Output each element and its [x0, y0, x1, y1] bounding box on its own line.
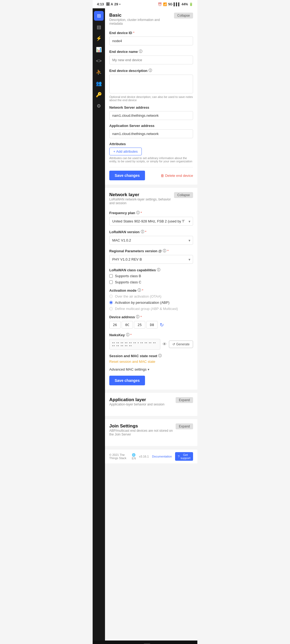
addr-byte-1[interactable] [109, 321, 121, 329]
nav-icon-code[interactable]: <> [94, 56, 104, 66]
basic-section-subtitle: Description, cluster information and met… [109, 18, 174, 25]
multicast-radio-item[interactable]: Define multicast group (ABP & Multicast) [109, 307, 193, 311]
network-layer-title: Network layer [109, 192, 174, 197]
reset-session-link[interactable]: Reset session and MAC state [109, 360, 155, 364]
frequency-plan-select[interactable]: United States 902-928 MHz, FSB 2 (used b… [109, 217, 193, 226]
network-server-address-label: Network Server address [109, 105, 193, 109]
nwkskey-row: •• •• •• •• •• •• • •• •• •• •• •• •• ••… [109, 339, 193, 350]
network-server-address-input[interactable] [109, 111, 193, 120]
nav-icon-devices[interactable]: ⚡ [94, 34, 104, 43]
app-server-address-group: Application Server address [109, 124, 193, 138]
app-server-address-input[interactable] [109, 129, 193, 138]
abp-radio-item[interactable]: Activation by personalization (ABP) [109, 301, 193, 305]
lorawan-class-label: LoRaWAN class capabilities ⓘ [109, 268, 193, 272]
class-b-label: Supports class B [115, 274, 141, 278]
nwkskey-visibility-icon[interactable]: 👁 [162, 342, 167, 347]
frequency-plan-select-wrapper: United States 902-928 MHz, FSB 2 (used b… [109, 217, 193, 226]
lorawan-class-checkboxes: Supports class B Supports class C [109, 274, 193, 284]
regional-required: * [167, 250, 168, 253]
nwkskey-info-icon: ⓘ [126, 332, 129, 337]
end-device-id-label: End device ID * [109, 31, 193, 35]
addr-byte-4[interactable] [146, 321, 158, 329]
device-address-group: Device address ⓘ * ↻ [109, 314, 193, 329]
delete-end-device-link[interactable]: 🗑 Delete end device [161, 174, 193, 178]
frequency-plan-label: Frequency plan ⓘ * [109, 210, 193, 215]
end-device-description-label: End device description ⓘ [109, 68, 193, 73]
device-address-row: ↻ [109, 321, 193, 329]
footer-right: 🌐 EN v3.16.1 Documentation ? Get support [132, 452, 193, 461]
class-c-checkbox[interactable] [109, 280, 113, 284]
session-reset-info-icon: ⓘ [158, 353, 162, 358]
network-layer-collapse-button[interactable]: Collapse [174, 192, 193, 198]
nav-icon-dashboard[interactable]: ⊞ [94, 11, 104, 21]
battery-indicator: 44% [182, 2, 188, 6]
abp-label: Activation by personalization (ABP) [115, 301, 169, 305]
basic-section-title: Basic [109, 13, 174, 18]
refresh-address-icon[interactable]: ↻ [160, 322, 164, 328]
end-device-name-group: End device name ⓘ [109, 49, 193, 64]
regional-params-select-wrapper: PHY V1.0.2 REV B ▾ [109, 255, 193, 264]
otaa-radio-item[interactable]: Over the air activation (OTAA) [109, 294, 193, 298]
end-device-name-input[interactable] [109, 56, 193, 64]
addr-byte-3[interactable] [134, 321, 145, 329]
session-reset-group: Session and MAC state reset ⓘ Reset sess… [109, 353, 193, 364]
version-text: v3.16.1 [139, 455, 149, 458]
basic-collapse-button[interactable]: Collapse [174, 13, 193, 19]
lorawan-version-group: LoRaWAN version ⓘ * MAC V1.0.2 ▾ [109, 229, 193, 245]
class-b-checkbox-item[interactable]: Supports class B [109, 274, 193, 278]
addr-byte-2[interactable] [122, 321, 133, 329]
otaa-label: Over the air activation (OTAA) [115, 294, 161, 298]
lorawan-version-select[interactable]: MAC V1.0.2 [109, 236, 193, 245]
application-layer-subtitle: Application-layer behavior and session [109, 402, 164, 406]
network-layer-save-button[interactable]: Save changes [109, 376, 145, 385]
activation-required: * [142, 289, 143, 292]
nav-icon-list[interactable]: ▤ [94, 22, 104, 32]
activation-info-icon: ⓘ [137, 288, 141, 293]
class-b-checkbox[interactable] [109, 274, 113, 278]
support-icon: ? [178, 455, 179, 458]
nav-icon-settings[interactable]: ⚙ [94, 101, 104, 111]
join-settings-expand-button[interactable]: Expand [176, 423, 193, 429]
application-layer-section: Application layer Application-layer beha… [105, 393, 197, 416]
end-device-description-group: End device description ⓘ Optional end de… [109, 68, 193, 102]
join-settings-title: Join Settings [109, 423, 176, 429]
nwkskey-dots: •• •• •• •• •• •• • •• •• •• •• •• •• ••… [109, 339, 160, 350]
abp-radio[interactable] [109, 301, 113, 304]
nav-icon-team[interactable]: 👥 [94, 79, 104, 88]
dot-icon: ● [119, 3, 121, 5]
basic-save-button[interactable]: Save changes [109, 171, 145, 180]
name-info-icon: ⓘ [139, 49, 142, 54]
multicast-label: Define multicast group (ABP & Multicast) [115, 307, 178, 311]
device-address-boxes [109, 321, 158, 329]
session-reset-label: Session and MAC state reset ⓘ [109, 353, 193, 358]
attributes-hint: Attributes can be used to set arbitrary … [109, 156, 193, 163]
regional-info-icon: ⓘ [163, 248, 166, 253]
nav-icon-chart[interactable]: 📊 [94, 45, 104, 54]
end-device-id-input[interactable] [109, 36, 193, 45]
generate-nwkskey-button[interactable]: ↺ Generate [169, 341, 193, 348]
get-support-button[interactable]: ? Get support [175, 452, 193, 461]
advanced-mac-row[interactable]: Advanced MAC settings ▾ [109, 367, 193, 371]
freq-required: * [141, 211, 142, 214]
class-c-checkbox-item[interactable]: Supports class C [109, 280, 193, 284]
network-layer-save-row: Save changes [109, 371, 193, 385]
signal-icon: ▌▌▌ [173, 2, 180, 6]
regional-params-select[interactable]: PHY V1.0.2 REV B [109, 255, 193, 264]
nav-icon-keys[interactable]: 🔑 [94, 90, 104, 100]
nav-icon-integrations[interactable]: ⛹ [94, 67, 104, 77]
advanced-mac-chevron-icon: ▾ [148, 368, 149, 371]
otaa-radio[interactable] [109, 295, 113, 298]
generate-icon: ↺ [172, 342, 175, 346]
application-layer-expand-button[interactable]: Expand [176, 397, 193, 403]
add-attributes-button[interactable]: + Add attributes [109, 148, 142, 155]
network-layer-section: Network layer LoRaWAN network-layer sett… [105, 188, 197, 390]
network-server-address-group: Network Server address [109, 105, 193, 120]
main-content: Basic Description, cluster information a… [105, 8, 197, 641]
multicast-radio[interactable] [109, 307, 113, 310]
class-info-icon: ⓘ [157, 268, 160, 272]
documentation-link[interactable]: Documentation [152, 455, 172, 458]
freq-info-icon: ⓘ [136, 210, 140, 215]
alarm-icon: ⏰ [158, 2, 162, 6]
device-addr-required: * [140, 316, 142, 319]
end-device-description-input[interactable] [109, 75, 193, 93]
